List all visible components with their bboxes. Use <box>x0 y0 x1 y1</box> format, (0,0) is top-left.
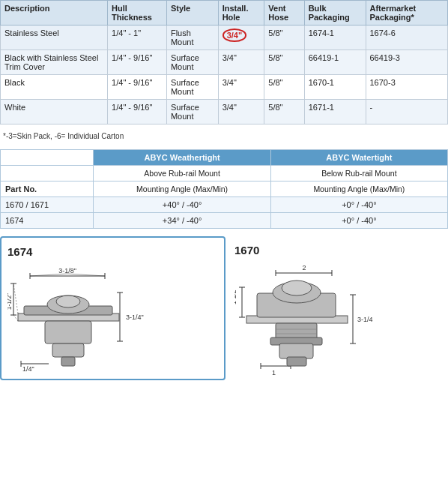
weathertight-header: ABYC Weathertight <box>94 150 270 166</box>
watertight-angle-cell: +0° / -40° <box>270 197 447 213</box>
install-hole-cell: 3/4" <box>218 26 264 50</box>
svg-rect-49 <box>287 357 306 366</box>
style-cell: Surface Mount <box>166 75 218 100</box>
bulk-cell: 1674-1 <box>304 26 366 50</box>
diagram-1670: 1670 2 1-1/2" 3-1/4 1 <box>231 236 448 385</box>
aftermarket-cell: 66419-3 <box>366 50 448 75</box>
vent-cell: 5/8" <box>264 100 304 124</box>
diagrams-section: 1674 3-1/8" 1-1/2" 1/4" 3-1/4" <box>0 236 448 385</box>
description-cell: Stainless Steel <box>1 26 108 50</box>
hull-cell: 1/4" - 9/16" <box>108 50 167 75</box>
part-no-cell: 1674 <box>1 213 94 229</box>
hull-cell: 1/4" - 9/16" <box>108 100 167 124</box>
bulk-cell: 66419-1 <box>304 50 366 75</box>
col-header-hull: Hull Thickness <box>108 1 167 26</box>
install-hole-cell: 3/4" <box>218 50 264 75</box>
weathertight-angle-cell: +40° / -40° <box>94 197 270 213</box>
svg-line-25 <box>13 315 18 321</box>
style-cell: Surface Mount <box>166 100 218 124</box>
aftermarket-cell: - <box>366 100 448 124</box>
part-no-cell: 1670 / 1671 <box>1 197 94 213</box>
angle-col2-label: Mounting Angle (Max/Min) <box>270 182 447 197</box>
col-header-aftermarket: Aftermarket Packaging* <box>366 1 448 26</box>
style-cell: Surface Mount <box>166 50 218 75</box>
svg-rect-21 <box>61 357 75 366</box>
description-cell: Black with Stainless Steel Trim Cover <box>1 50 108 75</box>
hull-cell: 1/4" - 9/16" <box>108 75 167 100</box>
description-cell: Black <box>1 75 108 100</box>
angle-table-row: 1670 / 1671 +40° / -40° +0° / -40° <box>1 197 448 213</box>
watertight-angle-cell: +0° / -40° <box>270 213 447 229</box>
col-header-description: Description <box>1 1 108 26</box>
col-header-bulk: Bulk Packaging <box>304 1 366 26</box>
svg-text:1: 1 <box>272 369 276 376</box>
weathertight-angle-cell: +34° / -40° <box>94 213 270 229</box>
description-cell: White <box>1 100 108 124</box>
svg-point-23 <box>56 296 80 308</box>
svg-text:1-1/2": 1-1/2" <box>7 293 13 310</box>
angle-table-row: 1674 +34° / -40° +0° / -40° <box>1 213 448 229</box>
diagram-1674-svg: 3-1/8" 1-1/2" 1/4" 3-1/4" <box>7 262 154 371</box>
aftermarket-cell: 1674-6 <box>366 26 448 50</box>
below-rail-label: Below Rub-rail Mount <box>270 166 447 182</box>
aftermarket-cell: 1670-3 <box>366 75 448 100</box>
svg-rect-48 <box>279 344 313 358</box>
svg-text:3-1/4: 3-1/4 <box>357 316 373 323</box>
hull-cell: 1/4" - 1" <box>108 26 167 50</box>
vent-cell: 5/8" <box>264 26 304 50</box>
svg-text:3-1/8": 3-1/8" <box>58 267 76 274</box>
svg-point-45 <box>282 280 312 296</box>
footnote: *-3=Skin Pack, -6= Individual Carton <box>3 132 445 140</box>
above-rail-label: Above Rub-rail Mount <box>94 166 270 182</box>
col-header-vent: Vent Hose <box>264 1 304 26</box>
angle-col1-label: Mounting Angle (Max/Min) <box>94 182 270 197</box>
vent-cell: 5/8" <box>264 75 304 100</box>
watertight-header: ABYC Watertight <box>270 150 447 166</box>
install-hole-cell: 3/4" <box>218 100 264 124</box>
diagram-1674-label: 1674 <box>7 245 218 258</box>
vent-cell: 5/8" <box>264 50 304 75</box>
svg-text:1-1/2": 1-1/2" <box>234 288 237 304</box>
table-row: White 1/4" - 9/16" Surface Mount 3/4" 5/… <box>1 100 448 124</box>
svg-rect-20 <box>52 344 84 357</box>
part-no-label: Part No. <box>1 182 94 197</box>
svg-line-24 <box>13 284 18 314</box>
bulk-cell: 1671-1 <box>304 100 366 124</box>
table-row: Black 1/4" - 9/16" Surface Mount 3/4" 5/… <box>1 75 448 100</box>
svg-text:3-1/4": 3-1/4" <box>126 314 144 321</box>
angle-table: ABYC Weathertight ABYC Watertight Above … <box>0 149 448 229</box>
diagram-1670-label: 1670 <box>234 244 445 256</box>
svg-rect-19 <box>45 321 91 344</box>
diagram-1670-svg: 2 1-1/2" 3-1/4 1 <box>234 261 384 377</box>
bulk-cell: 1670-1 <box>304 75 366 100</box>
table-row: Stainless Steel 1/4" - 1" Flush Mount 3/… <box>1 26 448 50</box>
install-hole-cell: 3/4" <box>218 75 264 100</box>
angle-section: ABYC Weathertight ABYC Watertight Above … <box>0 149 448 229</box>
col-header-style: Style <box>166 1 218 26</box>
diagram-1674: 1674 3-1/8" 1-1/2" 1/4" 3-1/4" <box>0 236 225 380</box>
main-specs-table: Description Hull Thickness Style Install… <box>0 0 448 124</box>
svg-text:1/4": 1/4" <box>22 365 34 371</box>
style-cell: Flush Mount <box>166 26 218 50</box>
svg-text:2: 2 <box>302 264 306 272</box>
table-row: Black with Stainless Steel Trim Cover 1/… <box>1 50 448 75</box>
col-header-install: Install. Hole <box>218 1 264 26</box>
